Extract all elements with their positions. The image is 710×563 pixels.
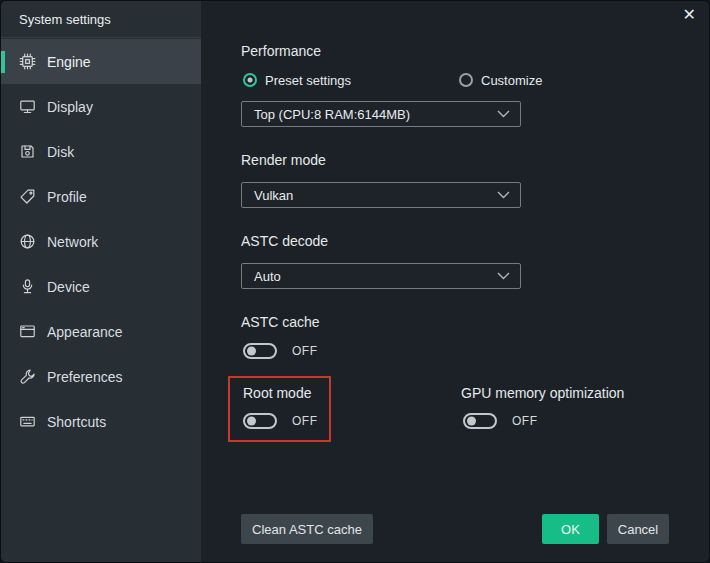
tag-icon: [19, 188, 36, 205]
cpu-chip-icon: [19, 53, 36, 70]
cancel-button[interactable]: Cancel: [607, 514, 669, 544]
sidebar-item-label: Disk: [47, 144, 74, 160]
dropdown-value: Top (CPU:8 RAM:6144MB): [254, 107, 410, 122]
render-mode-label: Render mode: [241, 152, 326, 168]
root-mode-toggle[interactable]: OFF: [243, 413, 318, 429]
close-icon[interactable]: ✕: [683, 7, 696, 23]
dropdown-value: Vulkan: [254, 188, 293, 203]
radio-label: Customize: [481, 73, 542, 88]
dialog-title: System settings: [1, 1, 201, 38]
radio-unselected-icon: [459, 73, 473, 87]
sidebar: System settings Engine Display: [1, 1, 201, 562]
system-settings-dialog: System settings Engine Display: [0, 0, 710, 563]
sidebar-item-profile[interactable]: Profile: [1, 174, 201, 219]
customize-radio[interactable]: Customize: [459, 72, 542, 88]
keyboard-icon: [19, 413, 36, 430]
preset-settings-radio[interactable]: Preset settings: [243, 72, 351, 88]
toggle-off-icon: [243, 413, 277, 429]
sidebar-nav: Engine Display Disk: [1, 39, 201, 444]
floppy-disk-icon: [19, 143, 36, 160]
astc-decode-dropdown[interactable]: Auto: [241, 263, 521, 289]
sidebar-item-preferences[interactable]: Preferences: [1, 354, 201, 399]
chevron-down-icon: [497, 191, 510, 199]
ok-button[interactable]: OK: [542, 514, 599, 544]
toggle-state-label: OFF: [292, 414, 318, 428]
performance-preset-dropdown[interactable]: Top (CPU:8 RAM:6144MB): [241, 101, 521, 127]
astc-cache-toggle[interactable]: OFF: [243, 343, 318, 359]
radio-label: Preset settings: [265, 73, 351, 88]
toggle-off-icon: [463, 413, 497, 429]
sidebar-item-device[interactable]: Device: [1, 264, 201, 309]
selected-indicator: [1, 51, 5, 73]
globe-icon: [19, 233, 36, 250]
performance-label: Performance: [241, 43, 321, 59]
sidebar-item-engine[interactable]: Engine: [1, 39, 201, 84]
sidebar-item-label: Engine: [47, 54, 91, 70]
render-mode-dropdown[interactable]: Vulkan: [241, 182, 521, 208]
wrench-icon: [19, 368, 36, 385]
chevron-down-icon: [497, 110, 510, 118]
toggle-state-label: OFF: [292, 344, 318, 358]
sidebar-item-disk[interactable]: Disk: [1, 129, 201, 174]
sidebar-item-label: Appearance: [47, 324, 123, 340]
sidebar-item-label: Preferences: [47, 369, 122, 385]
monitor-icon: [19, 98, 36, 115]
astc-cache-label: ASTC cache: [241, 314, 320, 330]
sidebar-item-label: Shortcuts: [47, 414, 106, 430]
sidebar-item-shortcuts[interactable]: Shortcuts: [1, 399, 201, 444]
sidebar-item-label: Display: [47, 99, 93, 115]
sidebar-item-label: Device: [47, 279, 90, 295]
chevron-down-icon: [497, 272, 510, 280]
dropdown-value: Auto: [254, 269, 281, 284]
sidebar-item-label: Network: [47, 234, 98, 250]
window-layout-icon: [19, 323, 36, 340]
gpu-memory-label: GPU memory optimization: [461, 385, 624, 401]
toggle-state-label: OFF: [512, 414, 538, 428]
gpu-memory-toggle[interactable]: OFF: [463, 413, 538, 429]
radio-selected-icon: [243, 73, 257, 87]
clean-astc-cache-button[interactable]: Clean ASTC cache: [241, 514, 373, 544]
astc-decode-label: ASTC decode: [241, 233, 328, 249]
sidebar-item-display[interactable]: Display: [1, 84, 201, 129]
sidebar-item-network[interactable]: Network: [1, 219, 201, 264]
sidebar-item-appearance[interactable]: Appearance: [1, 309, 201, 354]
device-mic-icon: [19, 278, 36, 295]
root-mode-label: Root mode: [243, 385, 311, 401]
toggle-off-icon: [243, 343, 277, 359]
sidebar-item-label: Profile: [47, 189, 87, 205]
